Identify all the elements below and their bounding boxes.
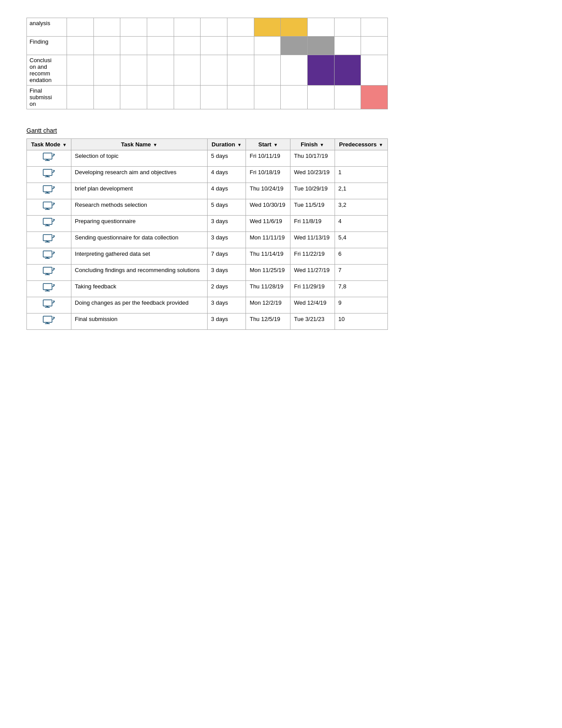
table-row: Taking feedback2 daysThu 11/28/19Fri 11/… [27, 281, 388, 297]
task-mode-icon [43, 173, 55, 180]
svg-rect-36 [43, 300, 52, 306]
table-row: Preparing questionnaire3 daysWed 11/6/19… [27, 216, 388, 232]
visual-bar-cell [361, 86, 388, 109]
visual-bar-cell [201, 18, 227, 37]
task-name-cell: Taking feedback [71, 281, 207, 297]
task-mode-cell [27, 183, 71, 199]
visual-bar-cell [334, 18, 361, 37]
visual-bar-cell [281, 55, 308, 86]
visual-bar-cell [147, 55, 174, 86]
task-mode-icon [43, 255, 55, 261]
svg-rect-16 [43, 218, 52, 224]
table-header-finish[interactable]: Finish ▼ [290, 139, 335, 150]
predecessors-cell: 1 [335, 167, 387, 183]
visual-bar-cell [307, 55, 334, 86]
visual-bar-cell [307, 18, 334, 37]
visual-row-label: Finding [27, 37, 67, 55]
duration-cell: 5 days [207, 199, 246, 216]
task-mode-svg [43, 234, 55, 244]
visual-bar-cell [93, 55, 120, 86]
visual-bar-cell [227, 18, 254, 37]
task-mode-cell [27, 248, 71, 265]
predecessors-cell: 10 [335, 314, 387, 330]
start-cell: Mon 12/2/19 [246, 297, 290, 314]
predecessors-cell: 3,2 [335, 199, 387, 216]
task-mode-icon [43, 157, 55, 164]
table-header-start[interactable]: Start ▼ [246, 139, 290, 150]
start-cell: Mon 11/11/19 [246, 232, 290, 248]
finish-cell: Fri 11/22/19 [290, 248, 335, 265]
visual-bar-cell [361, 55, 388, 86]
task-mode-cell [27, 216, 71, 232]
task-mode-cell [27, 281, 71, 297]
visual-bar-cell [254, 86, 281, 109]
visual-bar-cell [67, 86, 94, 109]
svg-rect-8 [43, 186, 52, 192]
task-mode-icon [43, 304, 55, 310]
visual-bar-cell [67, 37, 94, 55]
table-header-task-mode[interactable]: Task Mode ▼ [27, 139, 71, 150]
table-header-task-name[interactable]: Task Name ▼ [71, 139, 207, 150]
finish-cell: Tue 11/5/19 [290, 199, 335, 216]
visual-bar-cell [227, 37, 254, 55]
task-mode-svg [43, 250, 55, 260]
finish-cell: Wed 11/13/19 [290, 232, 335, 248]
visual-bar-cell [174, 86, 201, 109]
visual-bar-cell [307, 37, 334, 55]
finish-cell: Fri 11/8/19 [290, 216, 335, 232]
task-mode-cell [27, 232, 71, 248]
visual-bar-cell [174, 55, 201, 86]
task-mode-svg [43, 202, 55, 211]
task-name-cell: Interpreting gathered data set [71, 248, 207, 265]
table-header-predecessors[interactable]: Predecessors ▼ [335, 139, 387, 150]
finish-cell: Wed 10/23/19 [290, 167, 335, 183]
start-cell: Wed 11/6/19 [246, 216, 290, 232]
table-row: Selection of topic5 daysFri 10/11/19Thu … [27, 150, 388, 167]
table-row: Sending questionnaire for data collectio… [27, 232, 388, 248]
svg-rect-4 [43, 169, 52, 175]
predecessors-cell: 9 [335, 297, 387, 314]
predecessors-cell: 7,8 [335, 281, 387, 297]
table-row: brief plan development4 daysThu 10/24/19… [27, 183, 388, 199]
gantt-chart-heading: Gantt chart [26, 127, 536, 134]
duration-cell: 5 days [207, 150, 246, 167]
svg-rect-24 [43, 251, 52, 257]
visual-bar-cell [254, 37, 281, 55]
visual-bar-cell [93, 86, 120, 109]
predecessors-cell [335, 150, 387, 167]
predecessors-cell: 2,1 [335, 183, 387, 199]
visual-bar-cell [281, 86, 308, 109]
table-row: Interpreting gathered data set7 daysThu … [27, 248, 388, 265]
task-name-cell: Developing research aim and objectives [71, 167, 207, 183]
visual-bar-cell [120, 37, 147, 55]
visual-bar-cell [201, 37, 227, 55]
duration-cell: 2 days [207, 281, 246, 297]
task-mode-svg [43, 218, 55, 228]
visual-bar-cell [147, 37, 174, 55]
start-cell: Thu 11/14/19 [246, 248, 290, 265]
visual-bar-cell [281, 18, 308, 37]
task-mode-icon [43, 206, 55, 213]
svg-rect-12 [43, 202, 52, 208]
task-mode-svg [43, 267, 55, 276]
gantt-data-table: Task Mode ▼Task Name ▼Duration ▼Start ▼F… [26, 138, 388, 330]
visual-bar-cell [147, 18, 174, 37]
visual-row-label: Conclusion andrecommendation [27, 55, 67, 86]
task-mode-icon [43, 190, 55, 196]
visual-bar-cell [201, 86, 227, 109]
table-header-duration[interactable]: Duration ▼ [207, 139, 246, 150]
task-mode-svg [43, 283, 55, 293]
visual-bar-cell [334, 86, 361, 109]
visual-bar-cell [254, 18, 281, 37]
svg-rect-32 [43, 284, 52, 290]
start-cell: Thu 12/5/19 [246, 314, 290, 330]
task-mode-svg [43, 153, 55, 162]
task-mode-cell [27, 297, 71, 314]
task-mode-icon [43, 239, 55, 245]
visual-bar-cell [174, 18, 201, 37]
task-name-cell: Preparing questionnaire [71, 216, 207, 232]
finish-cell: Wed 12/4/19 [290, 297, 335, 314]
visual-bar-cell [67, 55, 94, 86]
svg-rect-0 [43, 153, 52, 159]
visual-bar-cell [254, 55, 281, 86]
